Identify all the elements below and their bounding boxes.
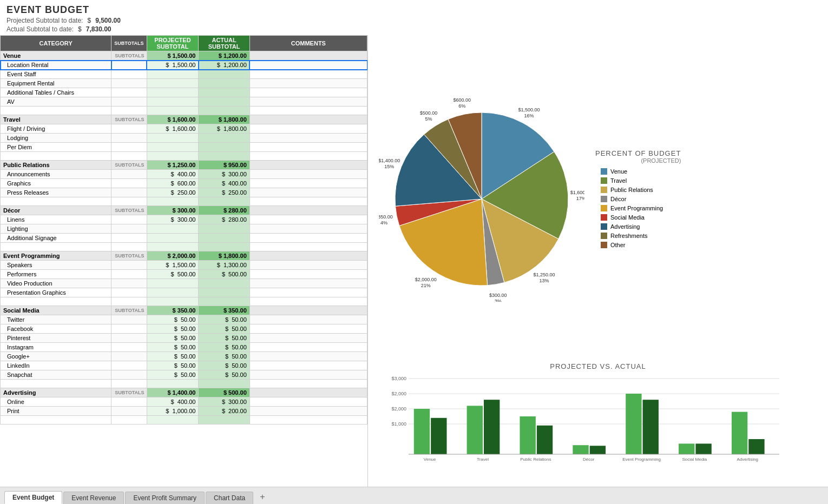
item-projected — [147, 224, 199, 234]
table-row[interactable]: Additional Tables / Chairs — [1, 88, 367, 97]
item-name: AV — [1, 97, 111, 107]
section-name: Travel — [1, 115, 111, 124]
item-name: Online — [1, 397, 111, 407]
table-row[interactable]: Flight / Driving $ 1,600.00 $ 1,800.00 — [1, 124, 367, 134]
table-row[interactable]: Graphics $ 600.00 $ 400.00 — [1, 179, 367, 188]
projected-subtotal: $ 350.00 — [147, 306, 199, 315]
item-name: Print — [1, 407, 111, 416]
table-row[interactable]: Instagram $ 50.00 $ 50.00 — [1, 343, 367, 352]
empty-cell — [111, 352, 147, 361]
subtotal-row: Advertising SUBTOTALS $ 1,400.00 $ 500.0… — [1, 388, 367, 397]
item-projected — [147, 79, 199, 88]
table-row[interactable]: Lighting — [1, 224, 367, 234]
empty-cell — [111, 261, 147, 270]
item-comments — [249, 215, 367, 224]
empty-row — [1, 380, 367, 388]
legend-color — [601, 168, 607, 175]
projected-subtotal: $ 2,000.00 — [147, 251, 199, 261]
pie-label: 5% — [425, 116, 432, 122]
y-axis-label: $3,000 — [391, 376, 406, 381]
table-row[interactable]: Google+ $ 50.00 $ 50.00 — [1, 352, 367, 361]
projected-subtotal: $ 1,250.00 — [147, 161, 199, 170]
item-comments — [249, 397, 367, 407]
legend-label: Event Programming — [610, 205, 663, 211]
item-projected — [147, 70, 199, 79]
tab-event-profit-summary[interactable]: Event Profit Summary — [125, 492, 205, 504]
item-projected: $ 50.00 — [147, 352, 199, 361]
table-row[interactable]: Presentation Graphics — [1, 288, 367, 297]
projected-subtotal: $ 1,400.00 — [147, 388, 199, 397]
item-name: Additional Tables / Chairs — [1, 88, 111, 97]
item-projected: $ 50.00 — [147, 315, 199, 324]
section-name: Venue — [1, 51, 111, 61]
table-row[interactable]: Snapchat $ 50.00 $ 50.00 — [1, 370, 367, 380]
actual-label: Actual Subtotal to date: — [6, 25, 74, 33]
actual-subtotal: $ 1,200.00 — [199, 51, 249, 61]
bar-chart: $1,000$2,000$2,000$3,000VenueTravelPubli… — [379, 373, 785, 470]
table-row[interactable]: Online $ 400.00 $ 300.00 — [1, 397, 367, 407]
pie-label: 3% — [495, 299, 502, 302]
actual-bar — [643, 400, 659, 454]
item-comments — [249, 88, 367, 97]
table-row[interactable]: LinkedIn $ 50.00 $ 50.00 — [1, 361, 367, 370]
item-actual: $ 1,800.00 — [199, 124, 249, 134]
item-name: Flight / Driving — [1, 124, 111, 134]
item-actual — [199, 88, 249, 97]
table-row[interactable]: AV — [1, 97, 367, 107]
item-projected — [147, 288, 199, 297]
item-actual — [199, 234, 249, 243]
actual-bar — [590, 446, 606, 454]
table-row[interactable]: Lodging — [1, 134, 367, 143]
table-row[interactable]: Video Production — [1, 279, 367, 288]
table-row[interactable]: Press Releases $ 250.00 $ 250.00 — [1, 188, 367, 197]
table-row[interactable]: Facebook $ 50.00 $ 50.00 — [1, 324, 367, 334]
empty-cell — [111, 215, 147, 224]
table-row[interactable]: Location Rental $ 1,500.00 $ 1,200.00 — [1, 61, 367, 70]
section-name: Décor — [1, 206, 111, 215]
item-name: LinkedIn — [1, 361, 111, 370]
table-row[interactable]: Twitter $ 50.00 $ 50.00 — [1, 315, 367, 324]
empty-cell — [111, 315, 147, 324]
table-row[interactable]: Event Staff — [1, 70, 367, 79]
subtotal-row: Public Relations SUBTOTALS $ 1,250.00 $ … — [1, 161, 367, 170]
comments-cell — [249, 161, 367, 170]
projected-dollar: $ — [87, 17, 91, 24]
bar-category-label: Social Media — [682, 457, 707, 462]
item-name: Video Production — [1, 279, 111, 288]
empty-row — [1, 416, 367, 425]
item-comments — [249, 315, 367, 324]
table-row[interactable]: Speakers $ 1,500.00 $ 1,300.00 — [1, 261, 367, 270]
table-row[interactable]: Additional Signage — [1, 234, 367, 243]
main-content: CATEGORY SUBTOTALS PROJECTEDSUBTOTAL ACT… — [0, 35, 828, 487]
tab-event-revenue[interactable]: Event Revenue — [63, 492, 124, 504]
pie-label: 15% — [384, 163, 394, 169]
table-row[interactable]: Linens $ 300.00 $ 280.00 — [1, 215, 367, 224]
empty-row — [1, 297, 367, 306]
table-row[interactable]: Announcements $ 400.00 $ 300.00 — [1, 170, 367, 179]
legend-item: Travel — [601, 177, 681, 184]
table-row[interactable]: Pinterest $ 50.00 $ 50.00 — [1, 334, 367, 343]
table-row[interactable]: Equipment Rental — [1, 79, 367, 88]
empty-cell — [111, 97, 147, 107]
y-axis-label: $2,000 — [391, 391, 406, 396]
legend-item: Other — [601, 242, 681, 248]
tab-event-budget[interactable]: Event Budget — [4, 491, 62, 504]
table-row[interactable]: Performers $ 500.00 $ 500.00 — [1, 270, 367, 279]
pie-label: $2,000.00 — [415, 277, 437, 282]
table-row[interactable]: Print $ 1,000.00 $ 200.00 — [1, 407, 367, 416]
item-actual: $ 50.00 — [199, 315, 249, 324]
tab-chart-data[interactable]: Chart Data — [206, 492, 253, 504]
comments-cell — [249, 115, 367, 124]
item-comments — [249, 143, 367, 152]
add-tab-button[interactable]: + — [254, 490, 270, 504]
item-comments — [249, 270, 367, 279]
item-comments — [249, 224, 367, 234]
projected-bar — [520, 416, 536, 454]
item-actual: $ 50.00 — [199, 352, 249, 361]
bar-category-label: Public Relations — [520, 457, 551, 462]
actual-dollar: $ — [78, 25, 82, 33]
table-row[interactable]: Per Diem — [1, 143, 367, 152]
section-name: Advertising — [1, 388, 111, 397]
item-actual: $ 250.00 — [199, 188, 249, 197]
legend-label: Travel — [610, 177, 627, 184]
